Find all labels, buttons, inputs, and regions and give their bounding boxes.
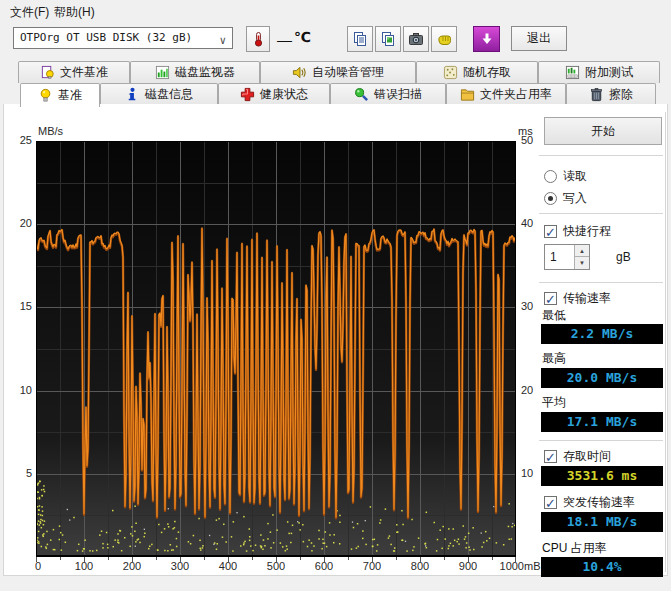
min-label: 最低 [542,307,566,324]
stepper-buttons[interactable]: ▲ ▼ [574,245,589,269]
tab-benchmark[interactable]: 基准 [20,83,100,107]
y-tick: 10 [6,384,32,396]
size-unit-label: gB [616,250,631,264]
write-radio-row[interactable]: 写入 [544,190,587,207]
donate-button[interactable] [431,26,457,52]
update-button[interactable] [473,26,500,52]
tab-label: 错误扫描 [374,86,422,103]
copy-text-icon [352,31,368,47]
burst-rate-label: 突发传输速率 [563,494,635,511]
info-icon [125,87,140,102]
menu-help[interactable]: 帮助(H) [48,2,101,23]
read-radio-label: 读取 [563,168,587,185]
avg-label: 平均 [542,394,566,411]
extra-tests-icon [565,65,580,80]
separator [539,282,663,284]
stepper-up-icon[interactable]: ▲ [575,245,589,257]
write-radio[interactable] [544,192,557,205]
y-tick: 15 [6,300,32,312]
y-left-axis-label: MB/s [38,125,63,137]
access-time-checkbox[interactable] [544,450,557,463]
short-stroke-row[interactable]: 快捷行程 [544,223,611,240]
separator [539,213,663,215]
temperature-unit: ℃ [294,29,311,45]
y-tick: 5 [6,467,32,479]
temperature-button[interactable] [246,26,270,52]
speaker-icon [292,65,307,80]
tab-random-access[interactable]: 随机存取 [416,61,538,83]
stepper-down-icon[interactable]: ▼ [575,257,589,269]
read-radio[interactable] [544,170,557,183]
lightbulb-icon [38,88,53,103]
temperature-value: — [277,31,292,48]
write-radio-label: 写入 [563,190,587,207]
benchmark-chart [36,141,516,564]
tab-label: 基准 [58,87,82,104]
tab-label: 文件基准 [60,64,108,81]
tab-extra-tests[interactable]: 附加测试 [538,61,660,83]
folder-icon [460,87,475,102]
tab-label: 自动噪音管理 [312,64,384,81]
update-download-icon [479,31,495,47]
tab-label: 附加测试 [585,64,633,81]
tab-label: 磁盘信息 [145,86,193,103]
y-tick: 20 [6,217,32,229]
access-time-label: 存取时间 [563,448,611,465]
transfer-rate-label: 传输速率 [563,290,611,307]
max-label: 最高 [542,350,566,367]
copy-image-icon [380,31,396,47]
device-select-value: OTPOrg OT USB DISK (32 gB) [20,31,192,44]
menubar: 文件(F) 帮助(H) [0,0,671,20]
access-time-display: 3531.6 ms [541,466,663,486]
tab-error-scan[interactable]: 错误扫描 [330,83,446,105]
transfer-rate-row[interactable]: 传输速率 [544,290,611,307]
random-access-icon [443,65,458,80]
hd-tune-window: 文件(F) 帮助(H) OTPOrg OT USB DISK (32 gB) ∨… [0,0,671,591]
burst-rate-checkbox[interactable] [544,496,557,509]
trash-icon [589,87,604,102]
benchmark-page: MB/s ms 25 20 15 10 5 50 40 30 20 10 0 1… [3,104,668,576]
start-button[interactable]: 开始 [544,117,662,145]
burst-rate-row[interactable]: 突发传输速率 [544,494,635,511]
exit-button[interactable]: 退出 [511,26,567,51]
copy-image-button[interactable] [375,26,401,52]
read-radio-row[interactable]: 读取 [544,168,587,185]
tab-health[interactable]: 健康状态 [218,83,330,105]
thermometer-icon [250,31,266,47]
short-stroke-label: 快捷行程 [563,223,611,240]
tab-erase[interactable]: 擦除 [566,83,656,105]
avg-value-display: 17.1 MB/s [541,412,663,432]
tab-disk-monitor[interactable]: 磁盘监视器 [130,61,260,83]
size-stepper[interactable]: 1 ▲ ▼ [544,244,590,270]
disk-monitor-icon [155,65,170,80]
group-border [665,112,667,572]
chevron-down-icon: ∨ [219,31,226,51]
health-cross-icon [240,87,255,102]
separator [539,155,663,157]
size-value: 1 [550,250,557,264]
tab-label: 健康状态 [260,86,308,103]
min-value-display: 2.2 MB/s [541,324,663,344]
tab-auto-acoustic[interactable]: 自动噪音管理 [260,61,416,83]
tab-label: 随机存取 [463,64,511,81]
burst-rate-display: 18.1 MB/s [541,512,663,532]
copy-text-button[interactable] [347,26,373,52]
tab-file-benchmark[interactable]: 文件基准 [18,61,130,83]
magnifier-icon [354,87,369,102]
max-value-display: 20.0 MB/s [541,368,663,388]
tab-folder-usage[interactable]: 文件夹占用率 [446,83,566,105]
donate-hand-icon [436,31,452,47]
file-benchmark-icon [40,65,55,80]
tab-disk-info[interactable]: 磁盘信息 [100,83,218,105]
tab-label: 磁盘监视器 [175,64,235,81]
y-tick: 25 [6,134,32,146]
short-stroke-checkbox[interactable] [544,225,557,238]
screenshot-button[interactable] [403,26,429,52]
separator [539,440,663,442]
tab-label: 文件夹占用率 [480,86,552,103]
cpu-usage-label: CPU 占用率 [542,540,607,557]
device-select[interactable]: OTPOrg OT USB DISK (32 gB) ∨ [13,27,233,49]
cpu-usage-display: 10.4% [541,557,663,577]
transfer-rate-checkbox[interactable] [544,292,557,305]
access-time-row[interactable]: 存取时间 [544,448,611,465]
